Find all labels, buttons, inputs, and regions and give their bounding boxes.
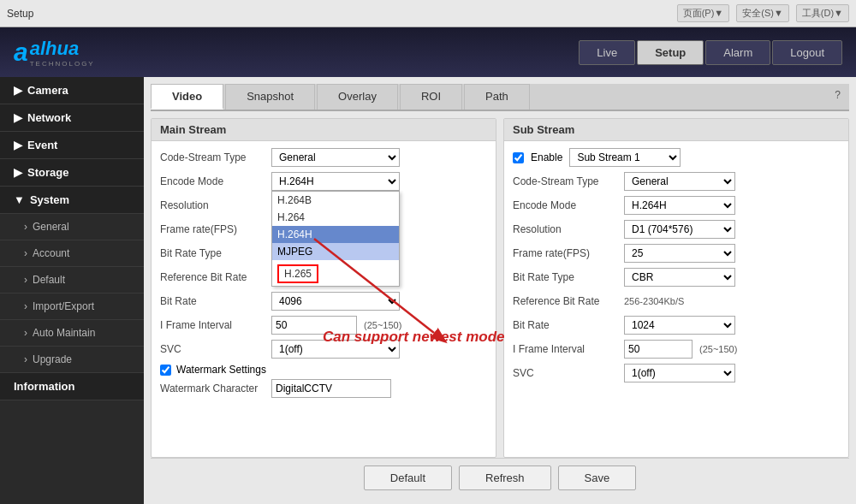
sub-stream-enable-label: Enable	[531, 151, 562, 163]
alarm-button[interactable]: Alarm	[705, 40, 770, 65]
tab-roi[interactable]: ROI	[400, 84, 462, 110]
bit-rate-type-label: Bit Rate Type	[160, 247, 271, 259]
browser-controls: 页面(P)▼ 安全(S)▼ 工具(D)▼	[677, 4, 849, 22]
encode-mode-select[interactable]: H.264H	[271, 172, 400, 191]
iframe-label: I Frame Interval	[160, 319, 271, 331]
sub-bit-rate-select[interactable]: 1024	[624, 316, 735, 335]
tab-bar: Video Snapshot Overlay ROI Path ?	[151, 84, 849, 111]
sub-svc-label: SVC	[513, 367, 624, 379]
sub-iframe-input[interactable]	[624, 340, 693, 359]
bit-rate-label: Bit Rate	[160, 295, 271, 307]
logo-sub: TECHNOLOGY	[30, 60, 95, 68]
live-button[interactable]: Live	[579, 40, 635, 65]
tab-video[interactable]: Video	[151, 84, 223, 110]
chevron-right-icon-4: ▶	[14, 166, 22, 179]
logo-text: a	[14, 38, 28, 67]
logout-button[interactable]: Logout	[772, 40, 842, 65]
chevron-right-icon: ▶	[14, 84, 22, 97]
sub-encode-mode-select[interactable]: H.264H	[624, 196, 735, 215]
sidebar-item-network[interactable]: ▶ Network	[0, 104, 144, 132]
nav-buttons: Live Setup Alarm Logout	[579, 40, 842, 65]
setup-button[interactable]: Setup	[637, 40, 704, 65]
frame-rate-label: Frame rate(FPS)	[160, 223, 271, 235]
sidebar-item-event[interactable]: ▶ Event	[0, 132, 144, 159]
page-control[interactable]: 页面(P)▼	[677, 4, 730, 22]
sidebar-item-camera[interactable]: ▶ Camera	[0, 77, 144, 104]
main-stream-header: Main Stream	[152, 119, 496, 141]
option-h264b[interactable]: H.264B	[272, 192, 399, 209]
bottom-bar: Default Refresh Save	[151, 458, 849, 497]
sub-resolution-select[interactable]: D1 (704*576)	[624, 220, 735, 239]
resolution-label: Resolution	[160, 199, 271, 211]
sub-arrow-5: ›	[24, 327, 27, 339]
sub-frame-rate-select[interactable]: 25	[624, 244, 735, 263]
sub-stream-select[interactable]: Sub Stream 1	[569, 148, 681, 167]
sidebar-item-account[interactable]: › Account	[0, 240, 144, 267]
svc-label: SVC	[160, 343, 271, 355]
sidebar-item-general[interactable]: › General	[0, 214, 144, 240]
header: a alhua TECHNOLOGY Live Setup Alarm Logo…	[0, 27, 856, 77]
tab-overlay[interactable]: Overlay	[317, 84, 398, 110]
code-stream-type-label: Code-Stream Type	[160, 151, 271, 163]
option-mjpeg[interactable]: MJPEG	[272, 243, 399, 260]
option-h264h[interactable]: H.264H	[272, 226, 399, 243]
code-stream-type-select[interactable]: General	[271, 148, 400, 167]
sub-arrow-4: ›	[24, 300, 27, 312]
sub-arrow-6: ›	[24, 353, 27, 365]
sub-arrow-1: ›	[24, 221, 27, 233]
iframe-range: (25~150)	[364, 320, 401, 330]
security-control[interactable]: 安全(S)▼	[736, 4, 789, 22]
watermark-input[interactable]	[271, 379, 391, 398]
sub-encode-mode-label: Encode Mode	[513, 199, 624, 211]
sidebar-item-storage[interactable]: ▶ Storage	[0, 159, 144, 187]
chevron-down-icon: ▼	[14, 193, 25, 206]
main-stream-panel: Main Stream Code-Stream Type General	[151, 118, 496, 458]
sub-iframe-label: I Frame Interval	[513, 343, 624, 355]
sub-code-stream-label: Code-Stream Type	[513, 175, 624, 187]
sub-stream-panel: Sub Stream Enable Sub Stream 1 Cod	[503, 118, 849, 458]
ref-bit-rate-label: Reference Bit Rate	[160, 271, 271, 283]
logo-brand: alhua	[30, 38, 95, 60]
sub-bit-rate-type-label: Bit Rate Type	[513, 271, 624, 283]
sub-svc-select[interactable]: 1(off)	[624, 364, 735, 382]
sub-arrow-2: ›	[24, 247, 27, 259]
sidebar-item-default[interactable]: › Default	[0, 267, 144, 294]
watermark-checkbox[interactable]	[160, 365, 171, 376]
sub-bit-rate-type-select[interactable]: CBR	[624, 268, 735, 287]
sub-stream-header: Sub Stream	[504, 119, 848, 141]
iframe-input[interactable]	[271, 316, 357, 335]
sub-bit-rate-label: Bit Rate	[513, 319, 624, 331]
save-button[interactable]: Save	[558, 465, 637, 490]
watermark-char-label: Watermark Character	[160, 382, 271, 394]
tools-control[interactable]: 工具(D)▼	[796, 4, 849, 22]
chevron-right-icon-3: ▶	[14, 139, 22, 151]
sub-stream-enable-checkbox[interactable]	[513, 152, 524, 163]
option-h265-box[interactable]: H.265	[272, 260, 399, 286]
tab-snapshot[interactable]: Snapshot	[225, 84, 315, 110]
browser-title: Setup	[7, 8, 33, 20]
sub-arrow-3: ›	[24, 274, 27, 286]
sidebar: ▶ Camera ▶ Network ▶ Event ▶ Storage ▼ S…	[0, 77, 144, 504]
sidebar-item-auto-maintain[interactable]: › Auto Maintain	[0, 320, 144, 347]
sub-ref-bit-rate-value: 256-2304Kb/S	[624, 296, 684, 306]
svc-select[interactable]: 1(off)	[271, 340, 400, 359]
logo: a alhua TECHNOLOGY	[14, 38, 95, 68]
option-h264[interactable]: H.264	[272, 209, 399, 226]
tab-path[interactable]: Path	[464, 84, 530, 110]
help-icon[interactable]: ?	[826, 84, 849, 110]
sub-iframe-range: (25~150)	[699, 344, 737, 354]
sidebar-item-system[interactable]: ▼ System	[0, 187, 144, 214]
sub-frame-rate-label: Frame rate(FPS)	[513, 247, 624, 259]
sub-resolution-label: Resolution	[513, 223, 624, 235]
sidebar-item-upgrade[interactable]: › Upgrade	[0, 347, 144, 373]
sub-ref-bit-rate-label: Reference Bit Rate	[513, 295, 624, 307]
refresh-button[interactable]: Refresh	[459, 465, 551, 490]
encode-mode-label: Encode Mode	[160, 175, 271, 187]
browser-bar: Setup 页面(P)▼ 安全(S)▼ 工具(D)▼	[0, 0, 856, 27]
chevron-right-icon-2: ▶	[14, 111, 22, 124]
bit-rate-select[interactable]: 4096	[271, 292, 400, 311]
default-button[interactable]: Default	[364, 465, 452, 490]
sidebar-item-information[interactable]: Information	[0, 373, 144, 400]
sub-code-stream-select[interactable]: General	[624, 172, 735, 191]
sidebar-item-import-export[interactable]: › Import/Export	[0, 294, 144, 320]
